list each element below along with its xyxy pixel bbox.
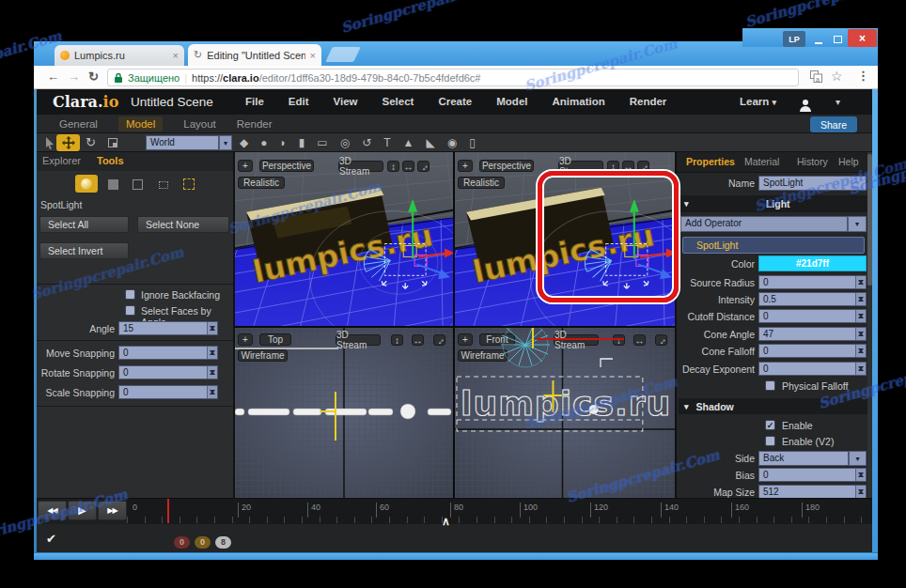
color-swatch-button[interactable]: #21d7ff (758, 255, 867, 271)
warning-count-badge[interactable]: 0 (195, 536, 211, 549)
spinner[interactable] (855, 363, 866, 375)
play-button[interactable]: ▶ (68, 501, 97, 520)
menu-animation[interactable]: Animation (552, 96, 604, 107)
spinner[interactable] (207, 322, 217, 334)
user-account-icon[interactable] (800, 106, 811, 112)
viewport-front[interactable]: lumpics.ru + Front 3D Stream ↕ ↔ ↔ Wiref… (455, 328, 675, 498)
select-faces-by-angle-checkbox[interactable] (125, 305, 135, 316)
add-operator-caret[interactable]: ▾ (848, 216, 867, 232)
back-icon[interactable]: ← (47, 70, 59, 84)
cone-falloff-input[interactable]: 0 (758, 344, 867, 358)
bias-input[interactable]: 0 (758, 468, 867, 482)
shading-mode-button[interactable]: Realistic (238, 177, 285, 189)
marquee-select-icon[interactable] (183, 178, 195, 190)
learn-menu[interactable]: Learn ▾ (740, 96, 776, 107)
resize-vertical-icon[interactable]: ↕ (391, 334, 403, 346)
spinner[interactable] (207, 386, 217, 398)
profile-badge[interactable]: LP (783, 31, 805, 47)
resize-diagonal-icon[interactable]: ↔ (655, 334, 667, 346)
viewport-add-button[interactable]: + (458, 160, 473, 172)
move-tool-button[interactable] (56, 134, 80, 151)
viewport-top[interactable]: + Top 3D Stream ↕ ↔ ↔ Wireframe (235, 328, 453, 498)
primitive-cone-icon[interactable]: ◗ (279, 136, 286, 149)
primitive-sphere-icon[interactable]: ● (260, 136, 267, 149)
rotate-snapping-input[interactable]: 0 (118, 365, 218, 379)
light-section-header[interactable]: ▾ Light (677, 195, 867, 212)
bookmark-star-icon[interactable]: ☆ (831, 69, 843, 84)
menu-model[interactable]: Model (496, 96, 527, 107)
shading-mode-button[interactable]: Realistic (458, 177, 505, 189)
reload-icon[interactable]: ↻ (88, 70, 99, 84)
tab-history[interactable]: History (797, 156, 828, 167)
spinner[interactable] (855, 310, 866, 322)
side-select-caret[interactable]: ▾ (849, 451, 867, 466)
primitive-geosphere-icon[interactable]: ◉ (447, 136, 457, 149)
tab-close-icon[interactable]: × (173, 50, 179, 61)
angle-input[interactable]: 15 (118, 321, 218, 335)
tab-material[interactable]: Material (744, 156, 779, 167)
status-check-icon[interactable]: ✔ (46, 532, 56, 546)
select-tool-icon[interactable] (44, 137, 55, 149)
primitive-capsule-icon[interactable]: ▯ (469, 136, 476, 149)
menu-create[interactable]: Create (438, 96, 472, 107)
translate-icon[interactable]: a (810, 70, 822, 83)
cone-angle-input[interactable]: 47 (758, 327, 867, 341)
primitive-cube-icon[interactable]: ◆ (240, 136, 248, 149)
viewport-name-button[interactable]: Top (259, 333, 291, 346)
cutoff-distance-input[interactable]: 0 (758, 309, 867, 323)
resize-horizontal-icon[interactable]: ↔ (412, 334, 424, 346)
forward-icon[interactable]: → (68, 70, 80, 84)
physical-falloff-checkbox[interactable] (765, 380, 775, 391)
world-select-caret[interactable]: ▾ (219, 135, 232, 150)
timeline-collapse-icon[interactable]: ∧ (442, 515, 450, 528)
spinner[interactable] (855, 486, 866, 498)
tab-explorer[interactable]: Explorer (42, 155, 81, 166)
url-field[interactable]: Защищено | https://clara.io/editor/1dff6… (107, 69, 799, 86)
menu-edit[interactable]: Edit (289, 96, 309, 107)
primitive-cylinder-icon[interactable]: ▮ (299, 136, 305, 149)
select-invert-button[interactable]: Select Invert (39, 242, 129, 259)
world-select[interactable]: World (146, 135, 219, 150)
scale-snapping-input[interactable]: 0 (118, 385, 218, 399)
skip-end-button[interactable]: ▶▶ (98, 501, 127, 520)
select-all-button[interactable]: Select All (39, 216, 129, 233)
select-none-button[interactable]: Select None (137, 216, 229, 233)
add-operator-select[interactable]: Add Operator (680, 216, 848, 232)
close-button[interactable]: × (848, 29, 877, 47)
viewport-perspective-1[interactable]: lumpics.ru (235, 152, 453, 326)
light-mode-button[interactable] (75, 175, 98, 193)
tab-properties[interactable]: Properties (686, 156, 735, 167)
info-count-badge[interactable]: 8 (215, 536, 231, 549)
resize-horizontal-icon[interactable]: ↔ (402, 161, 414, 172)
viewport-add-button[interactable]: + (238, 160, 253, 172)
minimize-button[interactable] (808, 31, 828, 47)
ignore-backfacing-checkbox[interactable] (125, 289, 135, 300)
timeline-ruler[interactable]: 0 20 40 60 80 100 120 140 160 180 (127, 499, 872, 525)
chrome-menu-icon[interactable]: ⋮ (857, 69, 869, 83)
spinner[interactable] (855, 293, 866, 305)
primitive-plane-icon[interactable]: ▭ (317, 136, 327, 149)
viewport-add-button[interactable]: + (458, 333, 473, 346)
viewport-name-button[interactable]: Perspective (259, 160, 314, 172)
tab-close-icon[interactable]: × (310, 50, 316, 61)
primitive-wedge-icon[interactable]: ◣ (426, 136, 434, 149)
menu-select[interactable]: Select (383, 96, 414, 107)
decay-exponent-input[interactable]: 0 (758, 362, 867, 376)
maximize-button[interactable] (828, 31, 848, 47)
spinner[interactable] (855, 276, 866, 288)
browser-tab-editor[interactable]: ↻ Editing "Untitled Scene" × (188, 44, 321, 66)
map-size-input[interactable]: 512 (758, 485, 867, 499)
source-radius-input[interactable]: 0 (758, 275, 867, 289)
intensity-input[interactable]: 0.5 (758, 292, 867, 306)
resize-vertical-icon[interactable]: ↕ (387, 161, 399, 172)
workspace-tab-render[interactable]: Render (237, 118, 273, 130)
name-input[interactable]: SpotLight (758, 176, 867, 191)
skip-start-button[interactable]: ◀◀ (38, 501, 67, 520)
shadow-enable-v2-checkbox[interactable] (765, 436, 775, 446)
viewport-name-button[interactable]: Perspective (479, 160, 534, 172)
primitive-helix-icon[interactable]: ↺ (362, 136, 371, 149)
tab-tools[interactable]: Tools (97, 155, 124, 166)
stream-button[interactable]: 3D Stream (336, 334, 381, 346)
primitive-pyramid-icon[interactable]: ▲ (403, 136, 414, 149)
scale-tool-icon[interactable] (108, 138, 117, 147)
